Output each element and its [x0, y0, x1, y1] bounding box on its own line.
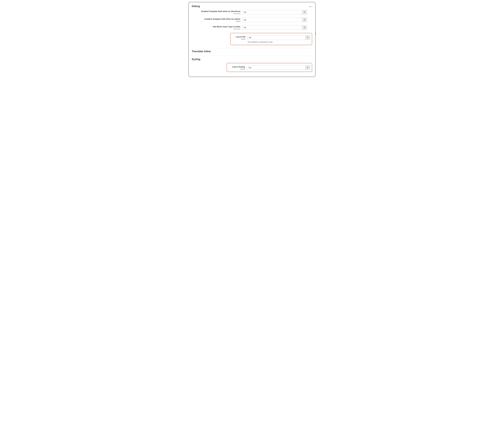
field-hints-admin: Enabled Template Path Hints for Admin [g…: [192, 18, 312, 22]
field-input-col: No: [242, 18, 307, 22]
field-label-col: Enabled Template Path Hints for Storefro…: [192, 10, 242, 14]
hints-admin-select[interactable]: No: [242, 18, 307, 22]
chevron-down-icon: [305, 36, 310, 40]
chevron-down-icon: [302, 25, 307, 30]
field-block-class: Add Block Class Type to Hints [store vie…: [192, 25, 312, 30]
field-label: Log to Syslog: [232, 66, 245, 68]
syslog-section-title: Syslog: [192, 58, 312, 61]
translate-inline-section-title: Translate Inline: [192, 50, 312, 53]
scroll-indicator: [315, 32, 316, 35]
field-input-col: No Not available in production mode.: [247, 35, 310, 43]
hints-storefront-select[interactable]: No: [242, 10, 307, 14]
field-scope: [global]: [192, 20, 240, 22]
select-value: No: [242, 25, 302, 30]
log-to-file-note: Not available in production mode.: [247, 41, 310, 43]
field-label-col: Enabled Template Path Hints for Admin [g…: [192, 18, 242, 22]
svg-marker-2: [304, 27, 305, 28]
debug-section-header: Debug admin: [192, 4, 312, 10]
chevron-down-icon: [302, 10, 307, 14]
log-to-syslog-select[interactable]: Yes: [247, 65, 310, 70]
field-scope: [store view]: [192, 13, 240, 14]
field-label-col: Log to Syslog [global]: [229, 65, 247, 70]
select-value: Yes: [247, 66, 305, 70]
field-input-col: No: [242, 10, 307, 14]
field-scope: [global]: [232, 38, 246, 40]
block-class-select[interactable]: No: [242, 25, 307, 30]
field-input-col: Yes: [247, 65, 310, 70]
select-value: No: [247, 36, 305, 40]
svg-marker-4: [307, 67, 308, 68]
field-label: Log to File: [236, 36, 246, 38]
field-scope: [global]: [229, 68, 245, 70]
svg-marker-1: [304, 20, 305, 20]
field-label: Enabled Template Path Hints for Storefro…: [201, 10, 240, 12]
debug-section-title: Debug: [192, 5, 200, 8]
config-panel: Debug admin Enabled Template Path Hints …: [188, 2, 316, 77]
log-to-file-highlight: Log to File [global] No Not available in…: [230, 33, 312, 45]
field-label: Add Block Class Type to Hints: [213, 26, 240, 28]
field-label: Enabled Template Path Hints for Admin: [205, 18, 240, 20]
field-input-col: No: [242, 25, 307, 30]
field-label-col: Log to File [global]: [232, 35, 247, 40]
svg-marker-3: [307, 37, 308, 38]
field-label-col: Add Block Class Type to Hints [store vie…: [192, 25, 242, 30]
chevron-down-icon: [302, 18, 307, 22]
svg-marker-0: [304, 12, 305, 13]
section-separator: [192, 48, 312, 48]
select-value: No: [242, 18, 302, 22]
chevron-down-icon: [305, 66, 310, 70]
log-to-file-select[interactable]: No: [247, 35, 310, 40]
admin-tag: admin: [309, 6, 312, 7]
field-hints-storefront: Enabled Template Path Hints for Storefro…: [192, 10, 312, 14]
field-scope: [store view]: [192, 28, 240, 30]
log-to-syslog-highlight: Log to Syslog [global] Yes: [227, 63, 312, 72]
select-value: No: [242, 10, 302, 14]
